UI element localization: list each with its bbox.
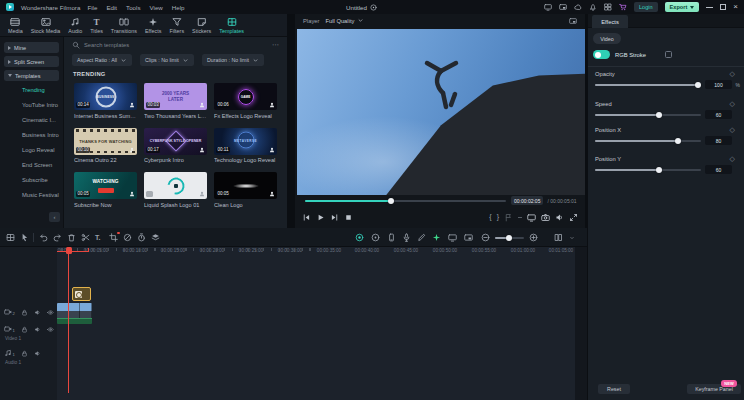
minimize-button[interactable] xyxy=(706,7,713,8)
tab-audio[interactable]: Audio xyxy=(68,17,82,35)
more-arrow-icon[interactable] xyxy=(569,235,575,241)
slider-value[interactable]: 100 xyxy=(705,80,732,89)
template-card[interactable]: BUSINESS00:14 Internet Business Summit xyxy=(74,83,137,119)
tab-transitions[interactable]: Transitions xyxy=(111,17,137,35)
mark-in-icon[interactable]: { xyxy=(489,212,491,222)
timeline-zoom-slider[interactable] xyxy=(495,237,524,239)
timeline-ruler[interactable]: 00:00:00:00 00:00:05:00 00:00:10:00 00:0… xyxy=(57,247,575,258)
cart-icon[interactable] xyxy=(619,3,627,11)
sidebar-collapse-button[interactable]: ‹ xyxy=(49,212,60,222)
keyframe-diamond-icon[interactable] xyxy=(730,100,735,108)
position-x-slider[interactable] xyxy=(595,140,701,142)
sidebar-item-logo-reveal[interactable]: Logo Reveal xyxy=(22,147,55,153)
display-icon[interactable] xyxy=(544,3,552,11)
menu-view[interactable]: View xyxy=(150,4,163,11)
voiceover-mic-icon[interactable] xyxy=(402,233,411,242)
template-card[interactable]: CYBERPUNK STYLE OPENER00:17 Cyberpunk In… xyxy=(144,128,207,164)
menu-file[interactable]: File xyxy=(87,4,97,11)
speaker-icon[interactable] xyxy=(555,213,564,222)
sidebar-item-end-screen[interactable]: End Screen xyxy=(22,162,52,168)
search-input[interactable]: Search templates xyxy=(72,41,129,49)
device-preview-icon[interactable] xyxy=(387,233,396,242)
sidebar-item-youtube-intro[interactable]: YouTube Intro xyxy=(22,102,58,108)
sidebar-section-mine[interactable]: Mine xyxy=(4,42,59,53)
annotate-pen-icon[interactable] xyxy=(417,233,426,242)
pip-icon[interactable] xyxy=(559,3,567,11)
split-icon[interactable] xyxy=(81,233,90,242)
slider-value[interactable]: 80 xyxy=(705,136,732,145)
tab-effects-panel[interactable]: Effects xyxy=(592,15,628,28)
template-card[interactable]: METAVERSE00:11 Technology Logo Reveal xyxy=(214,128,277,164)
sidebar-item-trending[interactable]: Trending xyxy=(22,87,45,93)
tab-titles[interactable]: TTitles xyxy=(90,18,103,35)
ai-tool-icon[interactable] xyxy=(432,233,441,242)
apps-grid-icon[interactable] xyxy=(604,3,612,11)
slider-value[interactable]: 60 xyxy=(705,110,732,119)
tab-media[interactable]: Media xyxy=(8,17,23,35)
mute-icon[interactable] xyxy=(34,309,41,316)
keyframe-diamond-icon[interactable] xyxy=(730,70,735,78)
menu-tools[interactable]: Tools xyxy=(126,4,140,11)
duration-filter[interactable]: Duration : No limit xyxy=(202,54,264,66)
play-button[interactable] xyxy=(316,213,325,222)
mark-out-icon[interactable]: } xyxy=(497,212,499,222)
bell-icon[interactable] xyxy=(589,3,597,11)
export-button[interactable]: Export xyxy=(665,2,700,12)
slider-value[interactable]: 60 xyxy=(705,165,732,174)
mute-icon[interactable] xyxy=(34,326,41,333)
tab-stock-media[interactable]: Stock Media xyxy=(31,17,61,35)
lock-icon[interactable] xyxy=(21,309,28,316)
video-clip-audio-waveform[interactable] xyxy=(57,318,92,324)
mute-icon[interactable] xyxy=(34,350,41,357)
video-preview[interactable] xyxy=(297,29,585,195)
zoom-out-icon[interactable] xyxy=(481,233,490,242)
more-options-icon[interactable]: ⋯ xyxy=(272,41,279,48)
template-card[interactable]: THANKS FOR WATCHING00:10 Cinema Outro 22 xyxy=(74,128,137,164)
fit-display-icon[interactable] xyxy=(527,213,536,222)
undo-icon[interactable] xyxy=(39,233,48,242)
template-card[interactable]: GAME00:06 Fx Effects Logo Reveal xyxy=(214,83,277,119)
keyframe-diamond-icon[interactable] xyxy=(730,126,735,134)
sidebar-section-templates[interactable]: Templates xyxy=(4,70,59,81)
sidebar-item-subscribe[interactable]: Subscribe xyxy=(22,177,48,183)
video-clip[interactable] xyxy=(57,303,92,318)
menu-help[interactable]: Help xyxy=(172,4,185,11)
opacity-slider[interactable] xyxy=(595,84,701,86)
quality-selector[interactable]: Full Quality xyxy=(325,17,364,24)
redo-icon[interactable] xyxy=(53,233,62,242)
speed-icon[interactable] xyxy=(137,233,146,242)
tab-effects[interactable]: Effects xyxy=(145,17,161,35)
speed-slider[interactable] xyxy=(595,114,701,116)
tab-filters[interactable]: Filters xyxy=(169,17,184,35)
playhead[interactable] xyxy=(68,247,69,393)
sidebar-item-cinematic[interactable]: Cinematic I... xyxy=(22,117,56,123)
login-button[interactable]: Login xyxy=(634,2,658,12)
snapshot-camera-icon[interactable] xyxy=(541,213,550,222)
cloud-icon[interactable] xyxy=(574,3,582,11)
fullscreen-icon[interactable] xyxy=(569,213,578,222)
keyframe-panel-button[interactable]: Keyframe Panel NEW xyxy=(687,384,741,394)
template-card[interactable]: Liquid Splash Logo 01 xyxy=(144,172,207,208)
effect-clip-selected[interactable] xyxy=(72,287,91,301)
tab-templates[interactable]: Templates xyxy=(219,17,244,35)
panel-layout-icon[interactable] xyxy=(554,233,563,242)
sidebar-section-split-screen[interactable]: Split Screen xyxy=(4,56,59,67)
previous-frame-button[interactable] xyxy=(302,213,311,222)
restore-button[interactable] xyxy=(720,4,726,10)
text-tool-icon[interactable]: T. xyxy=(95,233,100,242)
template-card[interactable]: 2000 YEARS LATER00:03 Two Thousand Years… xyxy=(144,83,207,119)
playhead-handle[interactable] xyxy=(66,247,72,254)
current-timecode[interactable]: 00:00:02:05 xyxy=(511,196,543,205)
delete-icon[interactable] xyxy=(67,233,76,242)
aspect-ratio-filter[interactable]: Aspect Ratio : All xyxy=(72,54,132,66)
keyframe-layers-icon[interactable] xyxy=(151,233,160,242)
lock-icon[interactable] xyxy=(21,350,28,357)
snapshot-frame-icon[interactable] xyxy=(464,233,473,242)
clip-type-pill[interactable]: Video xyxy=(593,33,621,44)
pointer-icon[interactable] xyxy=(20,233,29,242)
render-flag-icon[interactable] xyxy=(504,213,513,222)
reset-button[interactable]: Reset xyxy=(598,384,630,394)
zoom-in-icon[interactable] xyxy=(529,233,538,242)
screen-split-icon[interactable] xyxy=(448,233,457,242)
mask-icon[interactable] xyxy=(123,233,132,242)
